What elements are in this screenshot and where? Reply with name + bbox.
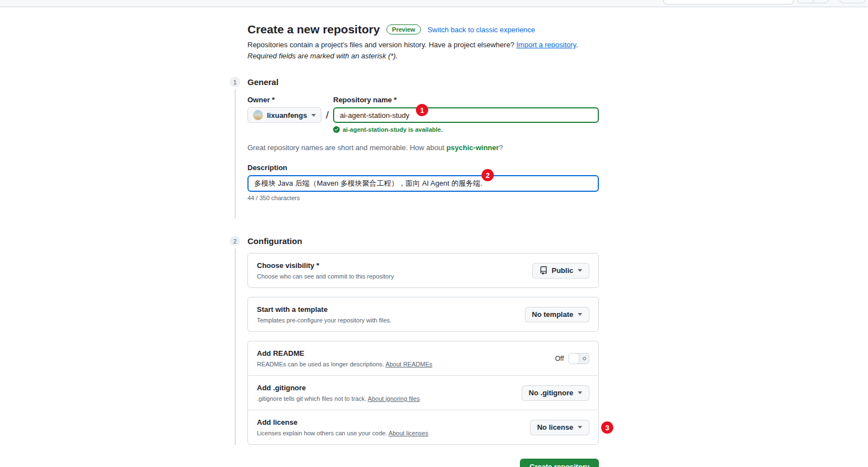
check-circle-icon: [333, 126, 340, 133]
license-value: No license: [537, 423, 573, 431]
visibility-card: Choose visibility * Choose who can see a…: [247, 253, 599, 288]
repo-icon: [539, 266, 548, 275]
toggle-knob: [568, 353, 579, 364]
configuration-section-title: Configuration: [247, 236, 599, 246]
visibility-subtitle: Choose who can see and commit to this re…: [257, 272, 394, 280]
template-value: No template: [532, 310, 573, 319]
availability-message: ai-agent-station-study is available.: [333, 126, 599, 133]
divider: [813, 0, 814, 3]
template-select[interactable]: No template: [525, 307, 589, 322]
gitignore-subtitle: .gitignore tells git which files not to …: [257, 395, 368, 402]
visibility-value: Public: [552, 266, 573, 275]
intro-text: Repositories contain a project's files a…: [247, 41, 514, 49]
readme-subtitle: READMEs can be used as longer descriptio…: [257, 361, 385, 367]
step-2-indicator: 2: [230, 236, 240, 246]
step-rail-line: [235, 249, 236, 445]
license-subtitle: Licenses explain how others can use your…: [257, 430, 389, 436]
gitignore-value: No .gitignore: [529, 389, 573, 397]
visibility-select[interactable]: Public: [532, 263, 589, 279]
page-header: Create a new repository Preview Switch b…: [230, 23, 599, 60]
visibility-title: Choose visibility *: [257, 261, 394, 270]
global-header: [0, 0, 868, 7]
required-fields-note: Required fields are marked with an aster…: [247, 52, 599, 60]
readme-toggle[interactable]: [568, 353, 589, 364]
availability-text: ai-agent-station-study is available.: [343, 126, 443, 133]
configuration-section: 2 Configuration Choose visibility * Choo…: [230, 236, 599, 445]
chevron-down-icon: [578, 391, 582, 394]
suggestion-suffix: ?: [499, 143, 503, 152]
readme-toggle-state: Off: [555, 355, 564, 362]
chevron-down-icon: [578, 313, 582, 316]
readme-row: Add README READMEs can be used as longer…: [248, 341, 598, 375]
license-title: Add license: [257, 418, 428, 427]
about-licenses-link[interactable]: About licenses: [389, 430, 429, 436]
owner-name: lixuanfengs: [267, 111, 307, 120]
global-search-input[interactable]: [663, 0, 793, 4]
owner-select[interactable]: lixuanfengs: [247, 107, 321, 123]
header-split-button[interactable]: [797, 0, 829, 3]
template-card: Start with a template Templates pre-conf…: [247, 297, 599, 332]
template-subtitle: Templates pre-configure your repository …: [257, 316, 391, 324]
gitignore-row: Add .gitignore .gitignore tells git whic…: [248, 375, 598, 410]
import-repository-link[interactable]: Import a repository: [517, 41, 576, 49]
readme-title: Add README: [257, 349, 433, 358]
name-suggestion: Great repository names are short and mem…: [247, 143, 599, 152]
annotation-badge-2: 2: [482, 169, 494, 181]
suggested-name-link[interactable]: psychic-winner: [447, 143, 499, 152]
header-button[interactable]: [840, 0, 865, 3]
gitignore-select[interactable]: No .gitignore: [522, 385, 589, 401]
suggestion-prefix: Great repository names are short and mem…: [247, 143, 447, 152]
step-rail: 2: [230, 236, 247, 445]
general-section: 1 General Owner * lixuanfengs /: [230, 77, 599, 219]
intro-period: .: [576, 41, 578, 49]
repository-name-label: Repository name *: [333, 96, 599, 105]
description-input[interactable]: [247, 175, 599, 192]
general-section-title: General: [247, 77, 599, 87]
gitignore-title: Add .gitignore: [257, 383, 420, 393]
template-title: Start with a template: [257, 305, 391, 314]
step-rail-line: [235, 90, 236, 219]
owner-label: Owner *: [247, 96, 321, 105]
annotation-badge-1: 1: [416, 104, 428, 116]
chevron-down-icon: [578, 426, 582, 429]
create-repository-button[interactable]: Create repository: [520, 459, 599, 467]
annotation-badge-3: 3: [601, 421, 613, 434]
about-readmes-link[interactable]: About READMEs: [385, 361, 432, 367]
repository-name-input[interactable]: [333, 107, 599, 123]
owner-avatar: [253, 110, 263, 120]
repository-files-card: Add README READMEs can be used as longer…: [247, 341, 599, 445]
step-1-indicator: 1: [230, 77, 240, 87]
form-footer: Create repository: [230, 459, 599, 467]
create-repository-page: Create a new repository Preview Switch b…: [0, 0, 868, 467]
license-row: Add license Licenses explain how others …: [248, 410, 598, 444]
about-ignoring-files-link[interactable]: About ignoring files: [368, 395, 420, 402]
toggle-off-icon: [583, 357, 586, 360]
step-rail: 1: [230, 77, 247, 219]
character-counter: 44 / 350 characters: [247, 195, 599, 201]
chevron-down-icon: [311, 114, 316, 117]
owner-repo-separator: /: [321, 107, 333, 123]
page-title: Create a new repository: [247, 23, 380, 36]
license-select[interactable]: No license: [530, 420, 589, 435]
description-label: Description: [247, 163, 599, 172]
classic-experience-link[interactable]: Switch back to classic experience: [428, 26, 535, 34]
preview-badge: Preview: [386, 24, 421, 34]
chevron-down-icon: [578, 269, 582, 272]
